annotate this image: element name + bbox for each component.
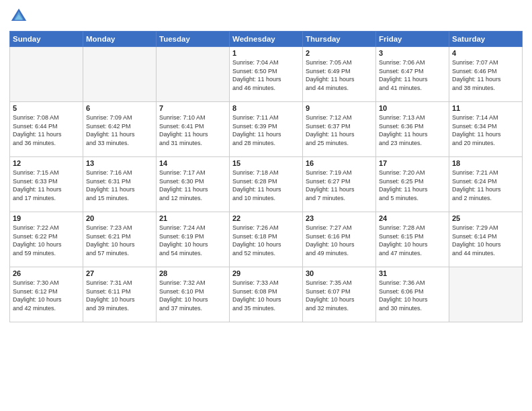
day-number: 25 — [452, 214, 519, 222]
day-number: 13 — [86, 159, 153, 167]
calendar-cell: 13Sunrise: 7:16 AM Sunset: 6:31 PM Dayli… — [83, 157, 157, 212]
calendar-cell — [449, 267, 523, 322]
day-number: 12 — [13, 159, 80, 167]
calendar-cell: 28Sunrise: 7:32 AM Sunset: 6:10 PM Dayli… — [157, 267, 230, 322]
column-header-tuesday: Tuesday — [157, 32, 230, 47]
day-number: 16 — [306, 159, 373, 167]
day-number: 14 — [159, 159, 226, 167]
logo-icon — [9, 7, 28, 26]
day-info: Sunrise: 7:14 AM Sunset: 6:34 PM Dayligh… — [452, 113, 519, 147]
day-number: 24 — [379, 214, 446, 222]
day-number: 28 — [159, 269, 226, 277]
header — [9, 7, 523, 26]
calendar-cell: 23Sunrise: 7:27 AM Sunset: 6:16 PM Dayli… — [303, 212, 376, 267]
day-info: Sunrise: 7:24 AM Sunset: 6:19 PM Dayligh… — [159, 224, 226, 257]
calendar-cell — [10, 47, 83, 102]
calendar-cell: 24Sunrise: 7:28 AM Sunset: 6:15 PM Dayli… — [376, 212, 449, 267]
day-info: Sunrise: 7:21 AM Sunset: 6:24 PM Dayligh… — [452, 169, 519, 202]
day-info: Sunrise: 7:15 AM Sunset: 6:33 PM Dayligh… — [13, 169, 80, 202]
calendar-week-0: 1Sunrise: 7:04 AM Sunset: 6:50 PM Daylig… — [10, 47, 523, 102]
calendar-cell: 10Sunrise: 7:13 AM Sunset: 6:36 PM Dayli… — [376, 102, 449, 157]
calendar-cell: 14Sunrise: 7:17 AM Sunset: 6:30 PM Dayli… — [157, 157, 230, 212]
calendar-cell: 27Sunrise: 7:31 AM Sunset: 6:11 PM Dayli… — [83, 267, 157, 322]
day-number: 20 — [86, 214, 153, 222]
calendar-cell: 3Sunrise: 7:06 AM Sunset: 6:47 PM Daylig… — [376, 47, 449, 102]
day-number: 30 — [306, 269, 373, 277]
calendar-cell: 25Sunrise: 7:29 AM Sunset: 6:14 PM Dayli… — [449, 212, 523, 267]
calendar-week-4: 26Sunrise: 7:30 AM Sunset: 6:12 PM Dayli… — [10, 267, 523, 322]
calendar-cell: 4Sunrise: 7:07 AM Sunset: 6:46 PM Daylig… — [449, 47, 523, 102]
column-header-thursday: Thursday — [303, 32, 376, 47]
day-info: Sunrise: 7:16 AM Sunset: 6:31 PM Dayligh… — [86, 169, 153, 202]
calendar-cell: 18Sunrise: 7:21 AM Sunset: 6:24 PM Dayli… — [449, 157, 523, 212]
day-info: Sunrise: 7:19 AM Sunset: 6:27 PM Dayligh… — [306, 169, 373, 202]
calendar-cell: 15Sunrise: 7:18 AM Sunset: 6:28 PM Dayli… — [230, 157, 303, 212]
column-header-saturday: Saturday — [449, 32, 523, 47]
logo — [9, 7, 31, 26]
calendar-cell: 6Sunrise: 7:09 AM Sunset: 6:42 PM Daylig… — [83, 102, 157, 157]
day-info: Sunrise: 7:12 AM Sunset: 6:37 PM Dayligh… — [306, 113, 373, 147]
calendar-cell: 7Sunrise: 7:10 AM Sunset: 6:41 PM Daylig… — [157, 102, 230, 157]
day-number: 21 — [159, 214, 226, 222]
day-info: Sunrise: 7:36 AM Sunset: 6:06 PM Dayligh… — [379, 279, 446, 312]
day-number: 31 — [379, 269, 446, 277]
day-info: Sunrise: 7:06 AM Sunset: 6:47 PM Dayligh… — [379, 58, 446, 92]
day-info: Sunrise: 7:27 AM Sunset: 6:16 PM Dayligh… — [306, 224, 373, 257]
day-info: Sunrise: 7:10 AM Sunset: 6:41 PM Dayligh… — [159, 113, 226, 147]
day-number: 10 — [379, 104, 446, 112]
page: SundayMondayTuesdayWednesdayThursdayFrid… — [0, 0, 532, 411]
day-number: 1 — [232, 49, 300, 57]
day-info: Sunrise: 7:04 AM Sunset: 6:50 PM Dayligh… — [232, 58, 300, 92]
day-number: 2 — [306, 49, 373, 57]
day-number: 15 — [232, 159, 300, 167]
calendar-header-row: SundayMondayTuesdayWednesdayThursdayFrid… — [10, 32, 523, 47]
calendar-cell: 17Sunrise: 7:20 AM Sunset: 6:25 PM Dayli… — [376, 157, 449, 212]
day-info: Sunrise: 7:17 AM Sunset: 6:30 PM Dayligh… — [159, 169, 226, 202]
day-info: Sunrise: 7:18 AM Sunset: 6:28 PM Dayligh… — [232, 169, 300, 202]
calendar-cell: 1Sunrise: 7:04 AM Sunset: 6:50 PM Daylig… — [230, 47, 303, 102]
day-number: 26 — [13, 269, 80, 277]
calendar-cell — [83, 47, 157, 102]
calendar-cell: 2Sunrise: 7:05 AM Sunset: 6:49 PM Daylig… — [303, 47, 376, 102]
calendar-cell: 8Sunrise: 7:11 AM Sunset: 6:39 PM Daylig… — [230, 102, 303, 157]
day-info: Sunrise: 7:08 AM Sunset: 6:44 PM Dayligh… — [13, 113, 80, 147]
day-number: 6 — [86, 104, 153, 112]
calendar-cell: 16Sunrise: 7:19 AM Sunset: 6:27 PM Dayli… — [303, 157, 376, 212]
day-number: 17 — [379, 159, 446, 167]
calendar-cell — [157, 47, 230, 102]
day-info: Sunrise: 7:09 AM Sunset: 6:42 PM Dayligh… — [86, 113, 153, 147]
calendar-cell: 29Sunrise: 7:33 AM Sunset: 6:08 PM Dayli… — [230, 267, 303, 322]
calendar-cell: 19Sunrise: 7:22 AM Sunset: 6:22 PM Dayli… — [10, 212, 83, 267]
day-number: 23 — [306, 214, 373, 222]
column-header-monday: Monday — [83, 32, 157, 47]
day-info: Sunrise: 7:28 AM Sunset: 6:15 PM Dayligh… — [379, 224, 446, 257]
day-number: 11 — [452, 104, 519, 112]
calendar-week-2: 12Sunrise: 7:15 AM Sunset: 6:33 PM Dayli… — [10, 157, 523, 212]
calendar-cell: 26Sunrise: 7:30 AM Sunset: 6:12 PM Dayli… — [10, 267, 83, 322]
calendar-cell: 20Sunrise: 7:23 AM Sunset: 6:21 PM Dayli… — [83, 212, 157, 267]
day-number: 9 — [306, 104, 373, 112]
day-info: Sunrise: 7:30 AM Sunset: 6:12 PM Dayligh… — [13, 279, 80, 312]
day-info: Sunrise: 7:31 AM Sunset: 6:11 PM Dayligh… — [86, 279, 153, 312]
calendar-cell: 11Sunrise: 7:14 AM Sunset: 6:34 PM Dayli… — [449, 102, 523, 157]
calendar-cell: 9Sunrise: 7:12 AM Sunset: 6:37 PM Daylig… — [303, 102, 376, 157]
column-header-friday: Friday — [376, 32, 449, 47]
day-info: Sunrise: 7:20 AM Sunset: 6:25 PM Dayligh… — [379, 169, 446, 202]
day-info: Sunrise: 7:07 AM Sunset: 6:46 PM Dayligh… — [452, 58, 519, 92]
day-info: Sunrise: 7:32 AM Sunset: 6:10 PM Dayligh… — [159, 279, 226, 312]
calendar-week-1: 5Sunrise: 7:08 AM Sunset: 6:44 PM Daylig… — [10, 102, 523, 157]
day-info: Sunrise: 7:23 AM Sunset: 6:21 PM Dayligh… — [86, 224, 153, 257]
day-number: 19 — [13, 214, 80, 222]
day-number: 29 — [232, 269, 300, 277]
day-info: Sunrise: 7:05 AM Sunset: 6:49 PM Dayligh… — [306, 58, 373, 92]
calendar-cell: 31Sunrise: 7:36 AM Sunset: 6:06 PM Dayli… — [376, 267, 449, 322]
calendar-cell: 12Sunrise: 7:15 AM Sunset: 6:33 PM Dayli… — [10, 157, 83, 212]
day-number: 4 — [452, 49, 519, 57]
calendar-cell: 30Sunrise: 7:35 AM Sunset: 6:07 PM Dayli… — [303, 267, 376, 322]
column-header-wednesday: Wednesday — [230, 32, 303, 47]
day-number: 5 — [13, 104, 80, 112]
day-info: Sunrise: 7:22 AM Sunset: 6:22 PM Dayligh… — [13, 224, 80, 257]
calendar: SundayMondayTuesdayWednesdayThursdayFrid… — [9, 31, 523, 322]
calendar-cell: 21Sunrise: 7:24 AM Sunset: 6:19 PM Dayli… — [157, 212, 230, 267]
calendar-cell: 5Sunrise: 7:08 AM Sunset: 6:44 PM Daylig… — [10, 102, 83, 157]
